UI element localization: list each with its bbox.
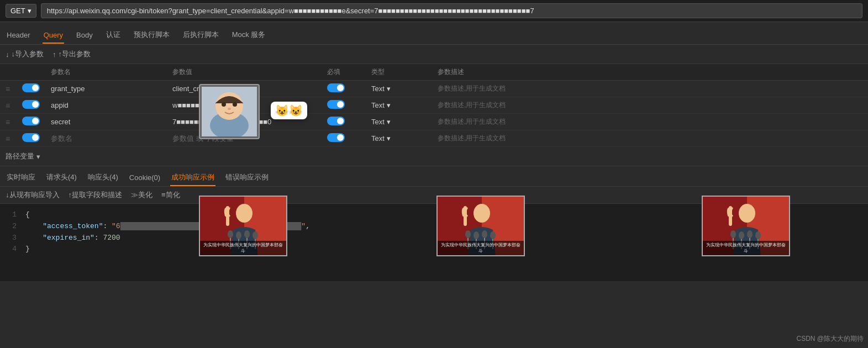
path-vars-label: 路径变量 (6, 151, 34, 161)
table-row: ≡ appid w■■■■■■■■■e Text ▾ 参数描述,用于生成文档 (0, 97, 868, 114)
tab-error-example[interactable]: 错误响应示例 (224, 170, 270, 186)
tab-cookie[interactable]: Cookie(0) (128, 171, 161, 186)
code-expires-in: "expires_in": 7200 (25, 233, 120, 244)
propaganda-image-1: 为实现中华民族伟大复兴的中国梦本部奋斗 (199, 196, 287, 256)
main-tab-bar: Header Query Body 认证 预执行脚本 后执行脚本 Mock 服务 (0, 22, 868, 45)
row1-required-toggle[interactable] (327, 83, 345, 92)
th-required: 必填 (322, 64, 366, 81)
line-num-3: 3 (6, 233, 17, 244)
simplify-label: ≡简化 (161, 190, 180, 200)
row3-toggle[interactable] (22, 117, 40, 125)
code-open-brace: { (25, 209, 30, 221)
line-num-1: 1 (6, 209, 17, 221)
row1-type-dropdown[interactable]: Text ▾ (371, 85, 427, 93)
tab-body[interactable]: Body (75, 28, 94, 44)
svg-point-20 (474, 204, 490, 223)
code-area: 1 { 2 "access_token": "6████████████████… (0, 204, 868, 281)
prop-img-3-label: 为实现中华民族伟大复兴的中国梦本部奋斗 (703, 241, 789, 255)
import-response-button[interactable]: ↓从现有响应导入 (6, 190, 60, 200)
emoji-tooltip: 😺😺 (271, 102, 307, 119)
svg-point-27 (482, 230, 487, 238)
row3-desc: 参数描述,用于生成文档 (438, 118, 506, 125)
row3-name: secret (51, 118, 70, 126)
beautify-button[interactable]: ≫美化 (131, 190, 152, 200)
th-type: 类型 (366, 64, 432, 81)
import-label: ↓导入参数 (12, 49, 44, 59)
th-param-value: 参数值 (167, 64, 322, 81)
params-toolbar: ↓ ↓导入参数 ↑ ↑导出参数 (0, 45, 868, 64)
url-bar: GET ▾ (0, 0, 868, 22)
tab-resp-headers[interactable]: 响应头(4) (87, 170, 119, 186)
row1-toggle[interactable] (22, 83, 40, 92)
tab-header[interactable]: Header (6, 28, 31, 44)
simplify-button[interactable]: ≡简化 (161, 190, 180, 200)
svg-point-41 (755, 231, 761, 239)
row2-toggle[interactable] (22, 100, 40, 109)
row4-type-label: Text (371, 134, 385, 143)
table-row: ≡ secret 7■■■■■■■■■■■■■■■■■■■■■0 Text ▾ … (0, 114, 868, 130)
svg-point-4 (233, 102, 237, 107)
tab-pre-script[interactable]: 预执行脚本 (133, 27, 171, 44)
method-chevron-icon: ▾ (28, 7, 31, 15)
svg-point-37 (739, 231, 744, 239)
line-num-2: 2 (6, 221, 17, 233)
extract-fields-button[interactable]: ↑提取字段和描述 (69, 190, 123, 200)
export-icon: ↑ (52, 50, 56, 59)
tab-post-script[interactable]: 后执行脚本 (182, 27, 220, 44)
tab-mock[interactable]: Mock 服务 (231, 27, 267, 44)
svg-point-23 (465, 230, 471, 238)
row4-toggle[interactable] (22, 133, 40, 142)
drag-handle-icon[interactable]: ≡ (6, 101, 10, 110)
th-toggle (17, 64, 45, 81)
row2-required-toggle[interactable] (327, 100, 345, 109)
tab-realtime[interactable]: 实时响应 (6, 170, 36, 186)
prop-img-2-label: 为实现中华民族伟大复兴的中国梦本部奋斗 (438, 241, 524, 255)
row1-name: grant_type (51, 85, 85, 93)
emoji-content: 😺😺 (275, 104, 303, 117)
propaganda-image-3: 为实现中华民族伟大复兴的中国梦本部奋斗 (702, 196, 790, 256)
svg-point-32 (739, 204, 755, 223)
row4-type-dropdown[interactable]: Text ▾ (371, 134, 427, 143)
svg-point-5 (228, 108, 231, 110)
row4-type-chevron-icon: ▾ (387, 134, 391, 143)
url-input[interactable] (41, 3, 862, 18)
svg-point-17 (252, 231, 258, 239)
tab-success-example[interactable]: 成功响应示例 (170, 170, 215, 186)
drag-handle-icon[interactable]: ≡ (6, 85, 10, 93)
propaganda-image-2: 为实现中华民族伟大复兴的中国梦本部奋斗 (436, 196, 525, 256)
row2-type-label: Text (371, 101, 385, 109)
tab-req-headers[interactable]: 请求头(4) (45, 170, 78, 186)
row4-required-toggle[interactable] (327, 133, 345, 142)
th-drag (0, 64, 17, 81)
import-response-label: ↓从现有响应导入 (6, 190, 60, 200)
export-label: ↑导出参数 (59, 49, 91, 59)
tab-query[interactable]: Query (43, 28, 64, 44)
svg-point-25 (474, 231, 479, 239)
params-table: 参数名 参数值 必填 类型 参数描述 ≡ grant_type client_c… (0, 64, 868, 147)
drag-handle-icon[interactable]: ≡ (6, 118, 10, 126)
svg-point-29 (490, 231, 496, 239)
svg-point-35 (730, 230, 736, 238)
import-icon: ↓ (6, 50, 9, 59)
row3-required-toggle[interactable] (327, 117, 345, 125)
method-select[interactable]: GET ▾ (6, 4, 36, 18)
table-row: ≡ grant_type client_credential Text ▾ 参数… (0, 81, 868, 97)
extract-fields-label: ↑提取字段和描述 (69, 190, 123, 200)
method-label: GET (10, 7, 25, 15)
row2-name: appid (51, 101, 69, 109)
svg-point-39 (747, 230, 753, 238)
row2-type-dropdown[interactable]: Text ▾ (371, 101, 427, 109)
svg-point-3 (222, 102, 226, 107)
row2-desc: 参数描述,用于生成文档 (438, 101, 506, 109)
tab-auth[interactable]: 认证 (105, 27, 122, 44)
drag-handle-icon[interactable]: ≡ (6, 134, 10, 143)
export-params-button[interactable]: ↑ ↑导出参数 (52, 49, 91, 59)
prop-img-1-label: 为实现中华民族伟大复兴的中国梦本部奋斗 (200, 241, 286, 255)
import-params-button[interactable]: ↓ ↓导入参数 (6, 49, 44, 59)
bottom-tab-bar: 实时响应 请求头(4) 响应头(4) Cookie(0) 成功响应示例 错误响应… (0, 166, 868, 187)
path-vars-section[interactable]: 路径变量 ▾ (0, 147, 868, 166)
row3-type-dropdown[interactable]: Text ▾ (371, 118, 427, 126)
row4-desc: 参数描述,用于生成文档 (438, 134, 506, 142)
beautify-label: ≫美化 (131, 190, 152, 200)
line-num-4: 4 (6, 244, 17, 255)
